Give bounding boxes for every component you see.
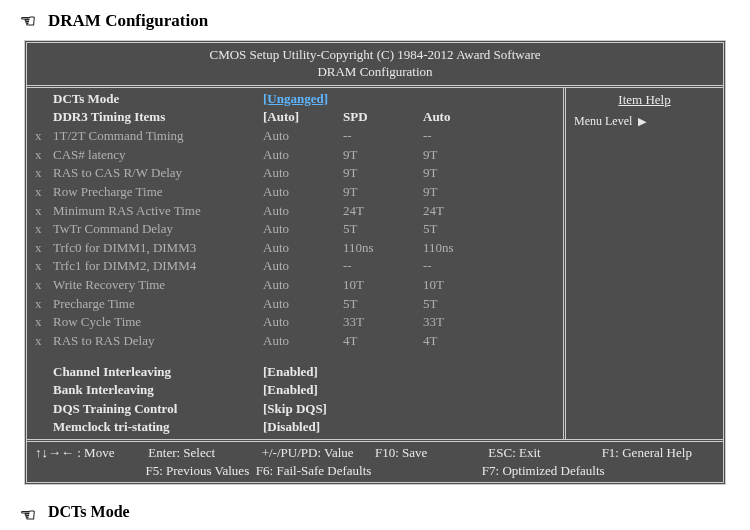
row-val-auto: Auto: [263, 258, 343, 275]
timing-row[interactable]: x1T/2T Command TimingAuto----: [27, 127, 563, 146]
row-label: Row Cycle Time: [53, 314, 263, 331]
config-row[interactable]: Bank Interleaving[Enabled]: [27, 381, 563, 400]
item-help-title: Item Help: [572, 90, 717, 110]
menu-level: Menu Level ▶: [572, 110, 717, 133]
row-marker: x: [35, 147, 53, 164]
row-val-auto: Auto: [263, 240, 343, 257]
bios-help-pane: Item Help Menu Level ▶: [563, 88, 723, 439]
row-val-auto: Auto: [263, 165, 343, 182]
bios-page-title: DRAM Configuration: [27, 64, 723, 81]
row-marker: x: [35, 333, 53, 350]
dcts-mode-label: DCTs Mode: [53, 91, 263, 108]
timing-row[interactable]: xRAS to RAS DelayAuto4T4T: [27, 332, 563, 351]
timing-row[interactable]: xRow Precharge TimeAuto9T9T: [27, 183, 563, 202]
config-row[interactable]: Channel Interleaving[Enabled]: [27, 363, 563, 382]
row-label: Trfc0 for DIMM1, DIMM3: [53, 240, 263, 257]
bios-window: CMOS Setup Utility-Copyright (C) 1984-20…: [24, 40, 726, 485]
bios-main: DCTs Mode [Unganged] DDR3 Timing Items […: [27, 85, 723, 442]
row-val-auto2: 9T: [423, 147, 503, 164]
row-label: Trfc1 for DIMM2, DIMM4: [53, 258, 263, 275]
row-label: Precharge Time: [53, 296, 263, 313]
row-val-auto2: 24T: [423, 203, 503, 220]
col-auto2: Auto: [423, 109, 503, 126]
timing-row[interactable]: xTwTr Command DelayAuto5T5T: [27, 220, 563, 239]
row-marker: x: [35, 128, 53, 145]
row-label: TwTr Command Delay: [53, 221, 263, 238]
section-title: DRAM Configuration: [48, 11, 208, 31]
timing-label: DDR3 Timing Items: [53, 109, 263, 126]
row-val-auto2: 5T: [423, 296, 503, 313]
row-val-auto2: 9T: [423, 184, 503, 201]
bios-left-pane: DCTs Mode [Unganged] DDR3 Timing Items […: [27, 88, 563, 439]
row-marker: x: [35, 221, 53, 238]
row-marker: x: [35, 277, 53, 294]
row-val-spd: --: [343, 128, 423, 145]
row-val-auto2: 33T: [423, 314, 503, 331]
row-val-spd: 5T: [343, 221, 423, 238]
row-marker: x: [35, 165, 53, 182]
config-label: Channel Interleaving: [53, 364, 263, 381]
timing-row[interactable]: xTrfc0 for DIMM1, DIMM3Auto110ns110ns: [27, 239, 563, 258]
timing-row[interactable]: xWrite Recovery TimeAuto10T10T: [27, 276, 563, 295]
row-val-auto2: 5T: [423, 221, 503, 238]
row-val-spd: 9T: [343, 165, 423, 182]
pointing-hand-icon: ☞: [20, 10, 36, 32]
row-marker: x: [35, 314, 53, 331]
row-val-spd: 24T: [343, 203, 423, 220]
hint-pupd: +/-/PU/PD: Value: [262, 445, 375, 461]
section-header: ☞ DRAM Configuration: [0, 0, 750, 40]
hint-enter: Enter: Select: [148, 445, 261, 461]
row-val-auto: Auto: [263, 314, 343, 331]
row-marker: x: [35, 203, 53, 220]
footer-row-1: ↑↓→← : Move Enter: Select +/-/PU/PD: Val…: [35, 444, 715, 462]
bios-copyright: CMOS Setup Utility-Copyright (C) 1984-20…: [27, 47, 723, 64]
row-label: Minimum RAS Active Time: [53, 203, 263, 220]
config-label: Memclock tri-stating: [53, 419, 263, 436]
hint-f10: F10: Save: [375, 445, 488, 461]
col-spd: SPD: [343, 109, 423, 126]
config-label: DQS Training Control: [53, 401, 263, 418]
row-marker: x: [35, 184, 53, 201]
timing-row[interactable]: xPrecharge TimeAuto5T5T: [27, 295, 563, 314]
row-val-auto: Auto: [263, 333, 343, 350]
row-val-auto: Auto: [263, 296, 343, 313]
row-val-auto2: 10T: [423, 277, 503, 294]
timing-row[interactable]: xMinimum RAS Active TimeAuto24T24T: [27, 202, 563, 221]
row-val-spd: 33T: [343, 314, 423, 331]
timing-header-row: DDR3 Timing Items [Auto] SPD Auto: [27, 108, 563, 127]
row-val-spd: --: [343, 258, 423, 275]
row-marker: x: [35, 258, 53, 275]
timing-row[interactable]: xTrfc1 for DIMM2, DIMM4Auto----: [27, 257, 563, 276]
bios-title: CMOS Setup Utility-Copyright (C) 1984-20…: [27, 43, 723, 85]
row-val-spd: 4T: [343, 333, 423, 350]
row-val-auto2: 4T: [423, 333, 503, 350]
row-val-auto: Auto: [263, 203, 343, 220]
row-val-auto: Auto: [263, 184, 343, 201]
hint-move: ↑↓→← : Move: [35, 445, 148, 461]
doc-section-header: ☞ DCTs Mode: [0, 493, 750, 530]
timing-row[interactable]: xRAS to CAS R/W DelayAuto9T9T: [27, 164, 563, 183]
pointing-hand-icon: ☞: [20, 504, 36, 526]
row-val-auto: Auto: [263, 128, 343, 145]
config-label: Bank Interleaving: [53, 382, 263, 399]
hint-f7: F7: Optimized Defaults: [482, 463, 605, 479]
row-val-spd: 9T: [343, 184, 423, 201]
row-val-spd: 9T: [343, 147, 423, 164]
config-row[interactable]: Memclock tri-stating[Disabled]: [27, 418, 563, 437]
footer-row-2: F5: Previous Values F6: Fail-Safe Defaul…: [35, 462, 715, 480]
row-label: 1T/2T Command Timing: [53, 128, 263, 145]
hint-f6: F6: Fail-Safe Defaults: [256, 463, 372, 479]
row-val-auto: Auto: [263, 221, 343, 238]
config-value: [Enabled]: [263, 382, 343, 399]
row-marker: x: [35, 296, 53, 313]
row-label: Write Recovery Time: [53, 277, 263, 294]
row-val-auto: Auto: [263, 147, 343, 164]
dcts-mode-row[interactable]: DCTs Mode [Unganged]: [27, 90, 563, 109]
doc-subhead: DCTs Mode: [48, 503, 130, 521]
row-label: RAS to RAS Delay: [53, 333, 263, 350]
timing-row[interactable]: xRow Cycle TimeAuto33T33T: [27, 313, 563, 332]
timing-row[interactable]: xCAS# latencyAuto9T9T: [27, 146, 563, 165]
config-value: [Disabled]: [263, 419, 343, 436]
config-row[interactable]: DQS Training Control[Skip DQS]: [27, 400, 563, 419]
row-label: CAS# latency: [53, 147, 263, 164]
